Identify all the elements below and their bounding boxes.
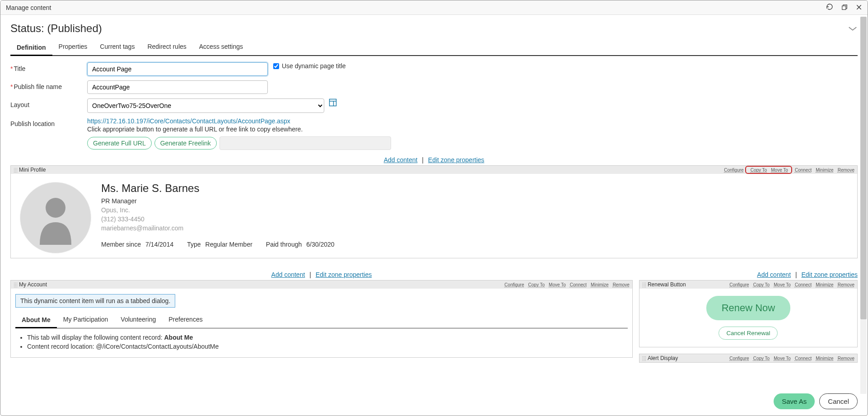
dynamic-title-label: Use dynamic page title [282, 62, 346, 70]
tabbed-dialog-banner: This dynamic content item will run as a … [15, 294, 175, 308]
connect-link[interactable]: Connect [795, 282, 812, 287]
paid-through-value: 6/30/2020 [306, 241, 334, 248]
layout-select[interactable]: OneOverTwo75-25OverOne [87, 98, 324, 113]
minimize-link[interactable]: Minimize [816, 356, 833, 361]
minimize-link[interactable]: Minimize [816, 168, 833, 173]
publish-file-label: *Publish file name [10, 80, 87, 90]
sub-tab-volunteering[interactable]: Volunteering [114, 312, 162, 328]
move-to-link[interactable]: Move To [774, 282, 791, 287]
layout-preview-icon[interactable] [329, 98, 337, 108]
sub-tab-participation[interactable]: My Participation [57, 312, 115, 328]
alert-panel-title: Alert Display [648, 355, 678, 361]
sub-tab-preferences[interactable]: Preferences [162, 312, 209, 328]
generate-freelink-button[interactable]: Generate Freelink [154, 137, 217, 150]
svg-rect-1 [842, 6, 846, 9]
remove-link[interactable]: Remove [838, 356, 854, 361]
drag-handle-icon[interactable] [642, 356, 646, 361]
renewal-panel: Renewal Button Configure Copy To Move To… [639, 280, 858, 347]
window-title: Manage content [6, 4, 51, 11]
configure-link[interactable]: Configure [724, 168, 743, 173]
edit-zone-link[interactable]: Edit zone properties [428, 156, 485, 164]
profile-email[interactable]: mariebarnes@mailinator.com [101, 224, 848, 232]
close-icon[interactable] [856, 4, 862, 12]
svg-point-7 [46, 198, 65, 218]
about-line-1: This tab will display the following cont… [27, 334, 625, 341]
sub-tab-about-me[interactable]: About Me [15, 313, 57, 328]
tab-access-settings[interactable]: Access settings [193, 39, 249, 55]
profile-name: Ms. Marie S. Barnes [101, 182, 848, 195]
move-to-link[interactable]: Move To [771, 168, 788, 173]
dynamic-title-checkbox[interactable] [273, 63, 279, 69]
drag-handle-icon[interactable] [14, 168, 17, 173]
mini-profile-panel: Mini Profile Configure Copy To Move To C… [10, 165, 858, 258]
edit-zone-link-right[interactable]: Edit zone properties [801, 271, 858, 278]
connect-link[interactable]: Connect [795, 168, 812, 173]
move-to-link[interactable]: Move To [549, 282, 566, 287]
cancel-renewal-button[interactable]: Cancel Renewal [719, 327, 778, 340]
generate-full-url-button[interactable]: Generate Full URL [87, 137, 152, 150]
connect-link[interactable]: Connect [795, 356, 812, 361]
renew-now-button[interactable]: Renew Now [706, 296, 791, 320]
tab-definition[interactable]: Definition [10, 40, 52, 56]
status-label: Status: (Published) [10, 22, 102, 35]
edit-zone-link-left[interactable]: Edit zone properties [316, 271, 372, 278]
svg-rect-4 [330, 99, 336, 106]
member-since-value: 7/14/2014 [145, 241, 173, 248]
title-label: *Title [10, 62, 87, 72]
refresh-icon[interactable] [826, 3, 833, 12]
add-content-link-left[interactable]: Add content [271, 271, 305, 278]
move-to-link[interactable]: Move To [774, 356, 791, 361]
renewal-panel-title: Renewal Button [648, 281, 686, 288]
tab-properties[interactable]: Properties [52, 39, 94, 55]
remove-link[interactable]: Remove [838, 168, 854, 173]
my-account-title: My Account [19, 281, 47, 288]
alert-display-panel: Alert Display Configure Copy To Move To … [639, 354, 858, 363]
maximize-icon[interactable] [841, 4, 848, 12]
copy-to-link[interactable]: Copy To [753, 356, 770, 361]
my-account-panel: My Account Configure Copy To Move To Con… [10, 280, 633, 358]
minimize-link[interactable]: Minimize [816, 282, 833, 287]
configure-link[interactable]: Configure [729, 282, 749, 287]
remove-link[interactable]: Remove [838, 282, 854, 287]
cancel-button[interactable]: Cancel [819, 393, 858, 409]
mini-profile-title: Mini Profile [19, 167, 46, 173]
minimize-link[interactable]: Minimize [591, 282, 608, 287]
title-input[interactable] [87, 62, 268, 76]
title-bar: Manage content [0, 0, 868, 15]
avatar [20, 182, 91, 253]
generated-link-output [219, 136, 391, 150]
profile-role: PR Manager [101, 197, 848, 205]
tabs: Definition Properties Current tags Redir… [10, 39, 858, 56]
profile-company[interactable]: Opus, Inc. [101, 206, 848, 214]
configure-link[interactable]: Configure [729, 356, 749, 361]
publish-file-input[interactable] [87, 80, 268, 94]
publish-location-url[interactable]: https://172.16.10.197/iCore/Contacts/Con… [87, 117, 391, 125]
add-content-link-right[interactable]: Add content [757, 271, 791, 278]
layout-label: Layout [10, 98, 87, 108]
publish-location-label: Publish location [10, 117, 87, 127]
drag-handle-icon[interactable] [14, 282, 17, 288]
about-line-2: Content record location: @/iCore/Contact… [27, 343, 625, 350]
add-content-link[interactable]: Add content [384, 156, 418, 164]
publish-location-hint: Click appropriate button to generate a f… [87, 126, 391, 133]
drag-handle-icon[interactable] [642, 282, 646, 288]
copy-to-link[interactable]: Copy To [751, 168, 767, 173]
tab-current-tags[interactable]: Current tags [93, 39, 141, 55]
connect-link[interactable]: Connect [570, 282, 587, 287]
remove-link[interactable]: Remove [613, 282, 630, 287]
save-as-button[interactable]: Save As [774, 393, 815, 409]
tab-redirect-rules[interactable]: Redirect rules [141, 39, 192, 55]
profile-phone[interactable]: (312) 333-4450 [101, 215, 848, 223]
configure-link[interactable]: Configure [504, 282, 524, 287]
chevron-down-icon[interactable] [848, 23, 858, 34]
copy-to-link[interactable]: Copy To [753, 282, 770, 287]
copy-to-link[interactable]: Copy To [528, 282, 545, 287]
member-type-value: Regular Member [205, 241, 252, 248]
